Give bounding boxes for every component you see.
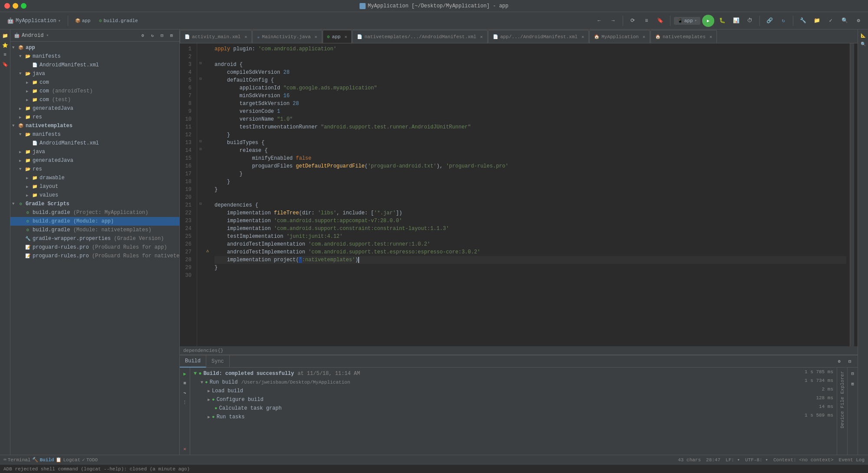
tab-myapplication[interactable]: 🏠 MyApplication ✕ (589, 30, 650, 43)
bottom-right-icon-1[interactable]: ⊟ (848, 369, 857, 378)
lf-indicator[interactable]: LF: ▾ (726, 457, 740, 463)
close-button[interactable] (4, 3, 10, 9)
tree-item-java2[interactable]: ▶ 📁 java (10, 148, 179, 156)
tab-nativetemplates[interactable]: 🏠 nativetemplates ✕ (650, 30, 717, 43)
window-controls[interactable] (4, 3, 26, 9)
profile-btn[interactable]: ⏱ (744, 15, 756, 27)
tree-item-gradle-scripts[interactable]: ▼ ⚙ Gradle Scripts (10, 200, 179, 208)
tab-close-icon[interactable]: ✕ (710, 34, 712, 39)
tree-item-build-gradle-app[interactable]: ⚙ build.gradle (Module: app) (10, 217, 179, 226)
event-log-btn[interactable]: Event Log (839, 457, 865, 463)
tab-close-icon[interactable]: ✕ (581, 34, 584, 39)
tree-item-res2[interactable]: ▼ 📂 res (10, 165, 179, 174)
tab-close-icon[interactable]: ✕ (643, 34, 645, 39)
tree-item-drawable[interactable]: ▶ 📁 drawable (10, 174, 179, 182)
right-icon-2[interactable]: 🔍 (859, 40, 868, 49)
terminal-btn[interactable]: ⌨ Terminal (3, 457, 30, 463)
encoding-indicator[interactable]: UTF-8: ▾ (745, 457, 768, 463)
filetree-sync-icon[interactable]: ↻ (148, 31, 157, 40)
tree-item-manifests2[interactable]: ▼ 📂 manifests (10, 130, 179, 139)
sync-gradle-btn[interactable]: ↻ (777, 15, 789, 27)
build-close-icon[interactable]: ✕ (181, 444, 189, 453)
build-run-tasks-item[interactable]: ▶ ● Run tasks (190, 413, 776, 421)
find-btn[interactable]: 🔍 (838, 15, 851, 27)
build-status-btn[interactable]: 🔨 Build (32, 457, 54, 463)
tree-item-res1[interactable]: ▶ 📁 res (10, 113, 179, 122)
project-structure-btn[interactable]: 📁 (811, 15, 823, 27)
tab-androidmanifest-native[interactable]: 📄 nativetemplates/.../AndroidManifest.xm… (352, 30, 487, 43)
tree-item-values[interactable]: ▶ 📁 values (10, 191, 179, 200)
tree-item-com-android[interactable]: ▶ 📁 com (androidTest) (10, 87, 179, 95)
run-config-selector[interactable]: 📱 app ▾ (674, 17, 700, 25)
position-indicator[interactable]: 28:47 (706, 457, 720, 463)
structure-icon[interactable]: ≡ (1, 50, 10, 59)
bookmark-btn[interactable]: 🔖 (654, 15, 667, 27)
tree-item-generated2[interactable]: ▶ 📁 generatedJava (10, 156, 179, 165)
build-run-item[interactable]: ▼ ● Run build /Users/jweisbaum/Desktop/M… (190, 378, 776, 387)
bottom-right-icon-2[interactable]: ⊞ (848, 380, 857, 388)
tree-item-gradle-wrapper[interactable]: 🔧 gradle-wrapper.properties (Gradle Vers… (10, 234, 179, 243)
tree-item-proguard-native[interactable]: 📝 proguard-rules.pro (ProGuard Rules for… (10, 252, 179, 260)
build-stop-icon[interactable]: ■ (181, 379, 189, 388)
build-header-item[interactable]: ▼ ● Build: completed successfully at 11/… (190, 369, 776, 378)
logcat-btn[interactable]: 📋 Logcat (56, 457, 80, 463)
filetree-settings-icon[interactable]: ⚙ (139, 31, 147, 40)
project-icon[interactable]: 📁 (1, 31, 10, 40)
sync-btn[interactable]: ⟳ (627, 15, 639, 27)
minimize-button[interactable] (13, 3, 18, 9)
tree-item-com[interactable]: ▶ 📁 com (10, 78, 179, 87)
tab-androidmanifest-app[interactable]: 📄 app/.../AndroidManifest.xml ✕ (488, 30, 589, 43)
tab-mainactivity[interactable]: ☕ MainActivity.java ✕ (252, 30, 322, 43)
fold-21[interactable]: ⊟ (197, 200, 204, 207)
attach-btn[interactable]: 🔗 (763, 15, 776, 27)
tree-item-androidmanifest2[interactable]: 📄 AndroidManifest.xml (10, 139, 179, 148)
back-btn[interactable]: ← (593, 15, 605, 27)
structure-btn[interactable]: ≡ (640, 15, 653, 27)
build-history-icon[interactable]: ↷ (181, 388, 189, 397)
build-play-icon[interactable]: ▶ (181, 369, 189, 378)
project-selector[interactable]: 🤖 MyApplication ▾ (3, 16, 64, 26)
todo-btn[interactable]: ✓ TODO (82, 457, 98, 463)
tree-item-generated1[interactable]: ▶ 📁 generatedJava (10, 104, 179, 113)
tree-item-java1[interactable]: ▼ 📂 java (10, 69, 179, 78)
fold-14[interactable]: ⊟ (197, 145, 204, 153)
tree-item-com-test[interactable]: ▶ 📁 com (test) (10, 95, 179, 104)
build-configure-item[interactable]: ▶ ● Configure build (190, 395, 776, 404)
tree-item-build-gradle-proj[interactable]: ⚙ build.gradle (Project: MyApplication) (10, 208, 179, 217)
maximize-button[interactable] (21, 3, 26, 9)
file-btn[interactable]: ⚙ build.gradle (96, 16, 141, 25)
build-load-item[interactable]: ▶ Load build (190, 387, 776, 395)
favorites-icon[interactable]: ⭐ (1, 41, 10, 49)
tree-item-app[interactable]: ▼ 📦 app (10, 43, 179, 52)
fold-3[interactable]: ⊟ (197, 59, 204, 67)
tab-app[interactable]: ⚙ app ✕ (323, 30, 352, 43)
build-collapse-icon[interactable]: ⊟ (845, 357, 854, 366)
bottom-tab-build[interactable]: Build (180, 355, 206, 368)
editor-scrollbar[interactable] (850, 43, 854, 346)
forward-btn[interactable]: → (607, 15, 619, 27)
bookmarks-icon[interactable]: 🔖 (1, 60, 10, 69)
code-content[interactable]: apply plugin: 'com.android.application' … (211, 43, 850, 346)
tree-item-manifests[interactable]: ▼ 📂 manifests (10, 52, 179, 61)
bottom-tab-sync[interactable]: Sync (206, 355, 230, 368)
module-btn[interactable]: 📦 app (72, 16, 94, 25)
right-icon-1[interactable]: 📐 (859, 31, 868, 40)
sdk-btn[interactable]: 🔧 (797, 15, 809, 27)
device-explorer-label[interactable]: Device File Explorer (840, 368, 845, 432)
tree-item-layout[interactable]: ▶ 📁 layout (10, 182, 179, 191)
tree-item-nativetemplates[interactable]: ▼ 📦 nativetemplates (10, 122, 179, 130)
tab-activity-main[interactable]: 📄 activity_main.xml ✕ (180, 30, 252, 43)
tree-item-androidmanifest1[interactable]: 📄 AndroidManifest.xml (10, 61, 179, 69)
coverage-btn[interactable]: 📊 (730, 15, 742, 27)
settings-btn[interactable]: ⚙ (852, 15, 865, 27)
tab-close-icon[interactable]: ✕ (315, 34, 317, 39)
tree-item-build-gradle-native[interactable]: ⚙ build.gradle (Module: nativetemplates) (10, 226, 179, 234)
filetree-expand-icon[interactable]: ⊞ (167, 31, 176, 40)
fold-13[interactable]: ⊟ (197, 137, 204, 145)
todo-btn[interactable]: ✓ (825, 15, 837, 27)
fold-5[interactable]: ⊟ (197, 75, 204, 82)
tree-item-proguard-app[interactable]: 📝 proguard-rules.pro (ProGuard Rules for… (10, 243, 179, 252)
build-filter-icon[interactable]: ⋮ (181, 398, 189, 407)
debug-btn[interactable]: 🐛 (716, 15, 728, 27)
filetree-collapse-icon[interactable]: ⊟ (158, 31, 166, 40)
